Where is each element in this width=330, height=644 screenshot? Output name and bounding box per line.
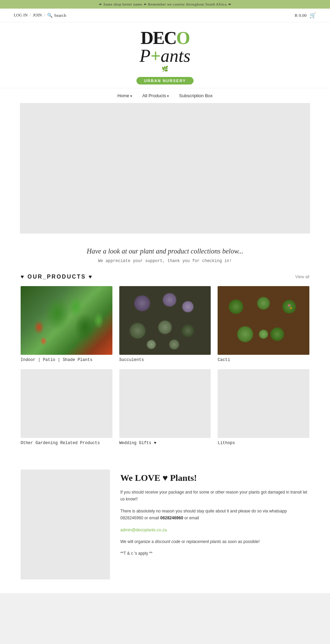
search-area[interactable]: 🔍 Search	[47, 13, 66, 18]
product-img-lithops	[218, 369, 309, 438]
product-label-succulents: Succulents	[119, 358, 211, 362]
about-p3-mid: or	[180, 539, 186, 544]
header-right: R 0.00 🛒	[295, 12, 316, 19]
logo-leaf-symbol: 🌿	[0, 66, 330, 72]
products-title: ♥ OUR_PRODUCTS ♥	[21, 274, 93, 280]
product-card-cacti[interactable]: Cacti	[218, 286, 309, 362]
about-p3-italic1: discount code	[155, 539, 180, 544]
intro-heading: Have a look at our plant and product col…	[7, 247, 323, 255]
site-header: LOG IN / JOIN / 🔍 Search R 0.00 🛒	[0, 9, 330, 22]
about-paragraph-1: If you should receive your package and f…	[120, 489, 309, 503]
product-label-indoor: Indoor | Patio | Shade Plants	[21, 358, 112, 362]
about-p2-text: There is absolutely no reason you should…	[120, 509, 287, 520]
about-email-link[interactable]: admin@decoplants.co.za	[120, 528, 167, 532]
product-img-wedding	[119, 369, 211, 438]
about-p3-pre: We will organize a	[120, 539, 155, 544]
product-card-succulents[interactable]: Succulents	[119, 286, 211, 362]
logo-area: DECO P+ants 🌿 URBAN NURSERY	[0, 22, 330, 88]
about-image	[21, 470, 110, 579]
hero-banner	[20, 103, 310, 234]
product-card-indoor[interactable]: Indoor | Patio | Shade Plants	[21, 286, 112, 362]
main-nav: Home All Products Subscription Box	[0, 88, 330, 103]
cart-price: R 0.00	[295, 13, 307, 18]
cart-icon[interactable]: 🛒	[309, 12, 316, 19]
about-p3-post: as soon as possible!	[221, 539, 260, 544]
about-p3-italic2: replacement plants	[186, 539, 221, 544]
header-left: LOG IN / JOIN / 🔍 Search	[14, 13, 66, 18]
about-text: We LOVE ♥ Plants! If you should receive …	[120, 470, 309, 562]
about-phone: 0828246960	[160, 516, 183, 520]
product-img-gardening	[21, 369, 112, 438]
search-icon: 🔍	[47, 13, 53, 18]
logo-badge: URBAN NURSERY	[136, 77, 194, 84]
nav-all-products[interactable]: All Products	[142, 93, 169, 98]
logo-o: O	[176, 28, 189, 48]
nav-subscription-box[interactable]: Subscription Box	[179, 93, 213, 98]
sep1: /	[30, 13, 31, 18]
about-p2-or: or email	[184, 516, 199, 520]
about-heart: ♥	[163, 473, 168, 483]
banner-text: ☙ Same shop better name ☙ Remember we co…	[99, 2, 231, 6]
about-email-line: admin@decoplants.co.za	[120, 527, 309, 533]
logo-cross: +	[151, 46, 161, 66]
logo-p: P	[140, 46, 151, 66]
product-label-lithops: Lithops	[218, 441, 309, 445]
product-img-cacti	[218, 286, 309, 355]
product-card-lithops[interactable]: Lithops	[218, 369, 309, 445]
about-section: We LOVE ♥ Plants! If you should receive …	[0, 463, 330, 593]
logo-line2: P+ants	[0, 47, 330, 65]
intro-subtext: We appreciate your support, thank you fo…	[7, 259, 323, 263]
sep2: /	[44, 13, 45, 18]
product-label-wedding: Wedding Gifts ♥	[119, 441, 211, 445]
about-paragraph-4: **T & c 's apply **	[120, 550, 309, 557]
about-paragraph-2: There is absolutely no reason you should…	[120, 508, 309, 522]
view-all-link[interactable]: View all	[295, 274, 309, 279]
logo-deco: DECO	[141, 28, 189, 48]
product-label-gardening: Other Gardening Related Products	[21, 441, 112, 445]
join-link[interactable]: JOIN	[33, 13, 42, 18]
nav-home[interactable]: Home	[117, 93, 132, 98]
product-card-gardening[interactable]: Other Gardening Related Products	[21, 369, 112, 445]
product-img-indoor	[21, 286, 112, 355]
product-img-succulents	[119, 286, 211, 355]
product-grid: Indoor | Patio | Shade Plants Succulents…	[21, 286, 309, 445]
intro-section: Have a look at our plant and product col…	[0, 234, 330, 270]
products-header: ♥ OUR_PRODUCTS ♥ View all	[21, 274, 309, 280]
product-label-cacti: Cacti	[218, 358, 309, 362]
about-heading: We LOVE ♥ Plants!	[120, 473, 309, 483]
login-link[interactable]: LOG IN	[14, 13, 28, 18]
product-card-wedding[interactable]: Wedding Gifts ♥	[119, 369, 211, 445]
about-paragraph-3: We will organize a discount code or repl…	[120, 538, 309, 545]
logo-ants: ants	[161, 46, 190, 66]
products-section: ♥ OUR_PRODUCTS ♥ View all Indoor | Patio…	[0, 270, 330, 463]
logo-line1: DECO	[0, 29, 330, 47]
search-label: Search	[54, 13, 66, 18]
top-banner: ☙ Same shop better name ☙ Remember we co…	[0, 0, 330, 9]
